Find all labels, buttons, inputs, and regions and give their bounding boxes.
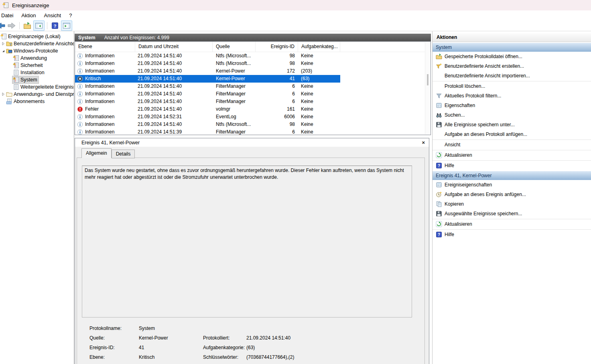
tree-expander-icon[interactable] — [1, 49, 6, 53]
action-item-hilfe[interactable]: ?Hilfe — [433, 229, 591, 239]
tree-expander-icon[interactable] — [1, 41, 6, 46]
action-item-label: Aufgabe an dieses Protokoll anfügen... — [445, 131, 527, 137]
column-header-aufgabenkateg[interactable]: Aufgabenkateg... — [298, 42, 340, 52]
menu-aktion[interactable]: Aktion — [17, 11, 40, 20]
act-props-icon — [436, 102, 442, 109]
preview-title-bar: Ereignis 41, Kernel-Power × — [75, 138, 429, 147]
action-item-aufgabe-an-dieses-protokoll-anfügen[interactable]: Aufgabe an dieses Protokoll anfügen... — [433, 129, 591, 139]
sidebar-item-ereignisanzeige-lokal[interactable]: Ereignisanzeige (Lokal) — [0, 33, 74, 40]
column-header-ereignis-id[interactable]: Ereignis-ID — [256, 42, 298, 52]
sidebar-item-windows-protokolle[interactable]: Windows-Protokolle — [0, 47, 74, 55]
action-item-ereigniseigenschaften[interactable]: Ereigniseigenschaften — [433, 180, 591, 190]
column-header-datum-und-uhrzeit[interactable]: Datum und Uhrzeit — [135, 42, 213, 52]
menu-datei[interactable]: Datei — [0, 11, 17, 20]
action-item-label: Aktualisieren — [445, 221, 472, 227]
open-saved-log-button[interactable] — [22, 21, 32, 30]
column-header-filler — [340, 42, 431, 52]
list-scrollbar[interactable] — [425, 42, 430, 134]
tree-item-label: Benutzerdefinierte Ansichten — [14, 41, 74, 47]
row-filler — [340, 121, 431, 128]
action-item-aufgabe-an-dieses-ereignis-anfügen[interactable]: Aufgabe an dieses Ereignis anfügen... — [433, 190, 591, 199]
sidebar-item-anwendung[interactable]: Anwendung — [0, 55, 74, 62]
field-label-schlüsselwörter: Schlüsselwörter: — [203, 354, 246, 360]
action-item-aktualisieren[interactable]: Aktualisieren — [433, 150, 591, 160]
event-row[interactable]: Informationen21.09.2024 14:51:40FilterMa… — [75, 83, 431, 90]
action-group-header-system[interactable]: System — [433, 43, 591, 52]
field-value-21-09-2024-14-51-40: 21.09.2024 14:51:40 — [246, 335, 294, 341]
event-level-text: Informationen — [85, 98, 114, 105]
toggle-action-pane-button[interactable] — [61, 20, 72, 31]
action-item-benutzerdefinierte-ansicht-erstellen[interactable]: Benutzerdefinierte Ansicht erstellen... — [433, 61, 591, 71]
folder-filter-icon — [6, 40, 12, 47]
event-viewer-icon — [0, 33, 7, 40]
help-button[interactable]: ? — [50, 21, 60, 30]
act-copy-icon — [436, 201, 442, 207]
sidebar-item-benutzerdefinierte-ansichten[interactable]: Benutzerdefinierte Ansichten — [0, 40, 74, 47]
action-item-ausgewählte-ereignisse-speichern[interactable]: Ausgewählte Ereignisse speichern... — [433, 209, 591, 218]
back-button[interactable] — [0, 21, 6, 30]
tree-expander-icon[interactable] — [1, 92, 6, 97]
error-icon — [77, 106, 83, 112]
forward-button[interactable] — [6, 21, 17, 30]
action-item-suchen[interactable]: Suchen... — [433, 110, 591, 120]
event-source: Kernel-Power — [213, 75, 256, 83]
tab-allgemein[interactable]: Allgemein — [81, 148, 112, 158]
preview-pane: Ereignis 41, Kernel-Power × AllgemeinDet… — [75, 138, 429, 364]
scrollbar-thumb[interactable] — [427, 74, 429, 85]
critical-icon — [77, 76, 83, 82]
row-filler — [340, 52, 431, 60]
action-item-aktualisieren[interactable]: Aktualisieren — [433, 219, 591, 229]
event-datetime: 21.09.2024 14:51:40 — [135, 60, 213, 67]
close-preview-button[interactable]: × — [422, 140, 425, 146]
toggle-console-tree-button[interactable] — [33, 20, 45, 31]
event-row[interactable]: Kritisch21.09.2024 14:51:40Kernel-Power4… — [75, 75, 431, 83]
action-item-hilfe[interactable]: ?Hilfe — [433, 160, 591, 170]
tree-item-label: Anwendung — [20, 55, 47, 61]
act-task-icon — [436, 191, 442, 198]
event-row[interactable]: Informationen21.09.2024 14:52:31EventLog… — [75, 113, 431, 121]
action-item-label: Ansicht — [445, 142, 460, 148]
sidebar-item-installation[interactable]: Installation — [0, 69, 74, 76]
event-source: FilterManager — [213, 128, 256, 135]
event-row[interactable]: Fehler21.09.2024 14:51:40volmgr161Keine — [75, 105, 431, 113]
sidebar-item-system[interactable]: System — [0, 76, 74, 83]
event-level-text: Informationen — [85, 52, 114, 60]
action-item-protokoll-löschen[interactable]: Protokoll löschen... — [433, 81, 591, 91]
event-row[interactable]: Informationen21.09.2024 14:51:39FilterMa… — [75, 128, 431, 135]
tree-item-label: Weitergeleitete Ereignisse — [20, 84, 74, 90]
menubar: DateiAktionAnsicht? — [0, 10, 591, 20]
back-arrow-icon — [0, 22, 6, 30]
event-row[interactable]: Informationen21.09.2024 14:51:40Ntfs (Mi… — [75, 52, 431, 60]
action-item-alle-ereignisse-speichern-unter[interactable]: Alle Ereignisse speichern unter... — [433, 120, 591, 129]
event-row[interactable]: Informationen21.09.2024 14:51:40Ntfs (Mi… — [75, 60, 431, 67]
event-row[interactable]: Informationen21.09.2024 14:51:40Kernel-P… — [75, 67, 431, 75]
event-row[interactable]: Informationen21.09.2024 14:51:40Ntfs (Mi… — [75, 121, 431, 128]
action-item-label: Ausgewählte Ereignisse speichern... — [445, 211, 522, 216]
row-filler — [340, 98, 431, 105]
tab-details[interactable]: Details — [112, 150, 135, 158]
sidebar-item-anwendungs-und-dienstprotokolle[interactable]: Anwendungs- und Dienstprotokolle — [0, 91, 74, 98]
action-group-header-ereignis-41-kernel-power[interactable]: Ereignis 41, Kernel-Power — [433, 171, 591, 180]
sidebar-item-weitergeleitete-ereignisse[interactable]: Weitergeleitete Ereignisse — [0, 83, 74, 91]
action-item-eigenschaften[interactable]: Eigenschaften — [433, 101, 591, 110]
sidebar-item-abonnements[interactable]: Abonnements — [0, 98, 74, 105]
action-item-kopieren[interactable]: Kopieren — [433, 199, 591, 209]
event-level-text: Informationen — [85, 121, 114, 128]
menu-ansicht[interactable]: Ansicht — [40, 11, 65, 20]
sidebar-item-sicherheit[interactable]: Sicherheit — [0, 62, 74, 69]
action-item-label: Benutzerdefinierte Ansicht importieren..… — [445, 73, 530, 79]
event-description: Das System wurde neu gestartet, ohne das… — [82, 166, 412, 317]
tree-item-box: Windows-Protokolle — [6, 47, 59, 55]
menu-[interactable]: ? — [65, 11, 76, 20]
event-row[interactable]: Informationen21.09.2024 14:51:40FilterMa… — [75, 98, 431, 105]
field-value-kritisch: Kritisch — [139, 354, 203, 360]
action-item-benutzerdefinierte-ansicht-importieren[interactable]: Benutzerdefinierte Ansicht importieren..… — [433, 71, 591, 81]
action-item-aktuelles-protokoll-filtern[interactable]: Aktuelles Protokoll filtern... — [433, 91, 591, 101]
event-datetime: 21.09.2024 14:52:31 — [135, 113, 213, 121]
action-item-ansicht[interactable]: Ansicht — [433, 140, 591, 150]
column-header-quelle[interactable]: Quelle — [213, 42, 256, 52]
event-row[interactable]: Informationen21.09.2024 14:51:40FilterMa… — [75, 90, 431, 98]
column-header-ebene[interactable]: Ebene — [75, 42, 135, 52]
action-item-gespeicherte-protokolldatei-öffnen[interactable]: Gespeicherte Protokolldatei öffnen... — [433, 52, 591, 61]
event-level-cell: Informationen — [75, 121, 135, 128]
